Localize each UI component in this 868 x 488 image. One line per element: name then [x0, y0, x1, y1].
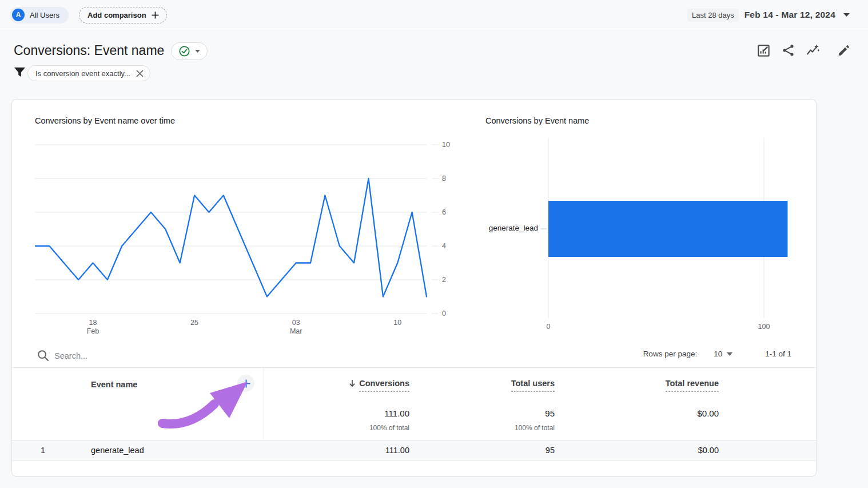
plus-icon [241, 379, 251, 388]
close-icon[interactable] [136, 69, 144, 78]
column-header-event-name[interactable]: Event name [91, 380, 137, 389]
svg-text:03: 03 [292, 319, 300, 327]
pagination-label: 1-1 of 1 [765, 350, 791, 358]
row-total-revenue: $0.00 [698, 441, 719, 461]
row-event-name: generate_lead [91, 441, 144, 461]
avatar: A [12, 9, 25, 21]
svg-text:6: 6 [442, 208, 446, 216]
svg-text:8: 8 [442, 174, 446, 182]
add-dimension-button[interactable] [237, 375, 254, 392]
row-total-users: 95 [546, 441, 555, 461]
avatar-letter: A [16, 11, 21, 19]
total-revenue: $0.00 [697, 408, 719, 418]
svg-text:0: 0 [442, 310, 446, 318]
comparison-bar: A All Users Add comparison Last 28 days … [0, 0, 868, 30]
conversions-header-label: Conversions [359, 379, 409, 392]
filter-chip[interactable]: Is conversion event exactly... [27, 65, 150, 81]
plus-icon [151, 11, 160, 19]
date-range-badge: Last 28 days [687, 9, 739, 22]
rows-per-page-value: 10 [714, 350, 722, 358]
chevron-down-icon [195, 50, 200, 53]
pagination-controls: Rows per page: 10 1-1 of 1 [643, 350, 791, 358]
share-icon[interactable] [781, 43, 796, 58]
ga4-conversions-report: { "colors": { "accent_blue": "#1a73e8", … [0, 0, 868, 488]
column-header-total-revenue[interactable]: Total revenue [666, 379, 719, 392]
column-header-total-users[interactable]: Total users [511, 379, 555, 392]
svg-text:Feb: Feb [87, 327, 99, 335]
all-users-chip[interactable]: A All Users [10, 7, 69, 23]
total-users-header-label: Total users [511, 379, 555, 392]
row-rank: 1 [41, 441, 45, 461]
svg-text:100: 100 [758, 323, 770, 331]
filter-funnel-icon[interactable] [14, 67, 26, 78]
add-comparison-button[interactable]: Add comparison [79, 7, 167, 23]
svg-text:0: 0 [547, 323, 551, 331]
svg-text:10: 10 [442, 141, 450, 149]
total-users: 95 [545, 408, 555, 418]
date-range-text: Feb 14 - Mar 12, 2024 [744, 10, 835, 20]
svg-text:Mar: Mar [290, 327, 302, 335]
table-row[interactable]: 1 generate_lead 111.00 95 $0.00 [12, 440, 816, 461]
add-comparison-label: Add comparison [87, 11, 146, 19]
report-status-dropdown[interactable] [171, 42, 208, 60]
check-circle-icon [179, 46, 190, 57]
bar-chart-title: Conversions by Event name [485, 116, 589, 125]
chevron-down-icon [843, 13, 850, 17]
report-card: Conversions by Event name over time 0246… [11, 99, 817, 477]
rows-per-page-label: Rows per page: [643, 350, 698, 358]
date-range-selector[interactable]: Last 28 days Feb 14 - Mar 12, 2024 [687, 9, 850, 22]
chevron-down-icon [727, 352, 732, 356]
customize-report-icon[interactable] [756, 43, 771, 58]
conversions-over-time-line-chart: 024681018Feb2503Mar10 [35, 135, 458, 336]
column-header-conversions[interactable]: Conversions [349, 379, 409, 392]
report-actions [756, 43, 851, 58]
page-title: Conversions: Event name [14, 43, 164, 58]
sort-descending-icon [349, 379, 356, 387]
conversions-by-event-bar-chart: 0100 [485, 131, 806, 332]
total-revenue-header-label: Total revenue [666, 379, 719, 392]
total-users-share: 100% of total [515, 424, 555, 432]
line-chart-title: Conversions by Event name over time [35, 116, 175, 125]
rows-per-page-select[interactable]: 10 [714, 350, 732, 358]
svg-text:4: 4 [442, 242, 446, 250]
insights-icon[interactable] [806, 43, 821, 58]
edit-pencil-icon[interactable] [837, 43, 851, 58]
total-conversions: 111.00 [384, 408, 409, 418]
svg-text:18: 18 [89, 319, 97, 327]
svg-text:10: 10 [393, 319, 401, 327]
search-input[interactable] [54, 347, 237, 365]
filter-chip-label: Is conversion event exactly... [35, 69, 130, 78]
all-users-label: All Users [30, 11, 59, 19]
total-conversions-share: 100% of total [369, 424, 409, 432]
svg-text:25: 25 [190, 319, 198, 327]
row-conversions: 111.00 [385, 441, 409, 461]
divider [12, 367, 816, 368]
search-icon [37, 350, 49, 362]
svg-text:2: 2 [442, 276, 446, 284]
